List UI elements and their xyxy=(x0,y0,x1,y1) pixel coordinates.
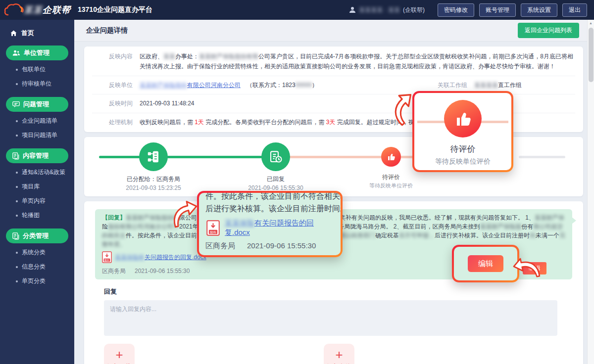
system-settings-button[interactable]: 系统设置 xyxy=(521,3,557,17)
logout-button[interactable]: 退出 xyxy=(562,3,587,17)
reply-zoom-meta: 区商务局 2021-09-06 15:55:30 xyxy=(205,241,334,251)
timeline-line-done xyxy=(99,156,276,158)
docs-icon xyxy=(12,152,19,160)
sidebar-item-company-issues[interactable]: 企业问题清单 xyxy=(0,114,74,128)
bullet-icon xyxy=(16,172,18,174)
sidebar-item-baolian-units[interactable]: 包联单位 xyxy=(0,62,74,77)
reply-org: 区商务局 xyxy=(102,267,126,275)
reply-zoom-line1: 件。按此条件，该企业目前不符合相关标准， xyxy=(205,193,334,203)
page-title: 企业问题详情 xyxy=(86,26,128,35)
back-to-list-button[interactable]: 返回企业问题列表 xyxy=(518,23,579,38)
callout-arrow-icon xyxy=(168,198,202,232)
step-evaluate-icon xyxy=(381,147,401,167)
sidebar-item-single-page[interactable]: 单页内容 xyxy=(0,194,74,208)
brand-name: 企联帮 xyxy=(43,4,71,16)
sidebar-item-project-library[interactable]: 项目库 xyxy=(0,180,74,194)
step-assigned-icon xyxy=(139,142,168,171)
svg-text:附件: 附件 xyxy=(104,259,109,262)
edit-zoom-callout: 编辑 xyxy=(452,245,519,282)
brand-prefix: 某某 xyxy=(24,4,43,16)
evaluate-callout: 待评价 等待反映单位评价 xyxy=(412,91,513,172)
sidebar-group-units[interactable]: 单位管理 xyxy=(6,46,68,60)
bullet-icon xyxy=(16,200,18,202)
bullet-icon xyxy=(16,252,18,254)
reporting-unit-link[interactable]: 某某财产保险股份有限公司河南分公司 （联系方式：182300000） xyxy=(140,80,432,90)
sidebar-group-categories[interactable]: 分类管理 xyxy=(6,228,68,243)
sidebar-item-home[interactable]: 首页 xyxy=(0,20,74,40)
user-name-suffix: (企联帮) xyxy=(403,6,425,14)
callout-arrow-icon xyxy=(511,254,543,285)
change-password-button[interactable]: 密码修改 xyxy=(438,3,474,17)
attachment-icon: 附件 xyxy=(102,251,112,263)
platform-title: 13710企业问题直办平台 xyxy=(78,5,152,14)
workgroup-value: 某某某某直工作组 xyxy=(474,80,575,90)
bullet-icon xyxy=(16,120,18,122)
page-header: 企业问题详情 返回企业问题列表 xyxy=(74,20,594,42)
add-image-button[interactable]: + 添加图片 xyxy=(104,344,135,364)
sidebar-item-notices[interactable]: 通知&活动&政策 xyxy=(0,165,74,180)
home-icon xyxy=(10,30,17,37)
bullet-icon xyxy=(16,215,18,217)
issue-content-text: 区政府、某某办事处：某某财产保险股份有限公司落户贵区，目前已完成4-7月各项税款… xyxy=(140,51,575,72)
add-file-button[interactable]: + 添加文件 xyxy=(324,344,354,364)
evaluate-callout-title: 待评价 xyxy=(450,143,476,155)
sidebar-item-carousel[interactable]: 轮播图 xyxy=(0,208,74,223)
attachment-icon: 附件 xyxy=(206,220,220,236)
bullet-icon xyxy=(16,83,18,85)
sidebar-item-page-category[interactable]: 单页分类 xyxy=(0,274,74,288)
user-name: 某某某某 · 某某 xyxy=(359,6,400,14)
thumbs-up-icon xyxy=(444,100,482,137)
plus-icon: + xyxy=(335,348,343,361)
reply-time: 2021-09-06 15:55:30 xyxy=(135,267,190,275)
sidebar-group-content[interactable]: 内容管理 xyxy=(6,148,68,163)
sidebar-item-project-issues[interactable]: 项目问题清单 xyxy=(0,128,74,142)
attachment-link-zoomed[interactable]: 某某保险有关问题报告的回复.docx xyxy=(225,219,334,237)
edit-button-zoomed[interactable]: 编辑 xyxy=(468,255,503,272)
cloud-logo-icon xyxy=(4,3,24,17)
scroll-up-icon[interactable]: ▲ xyxy=(588,20,594,27)
sidebar: 首页 单位管理 包联单位 待审核单位 问题管理 企业问题清单 项目问题清单 内容… xyxy=(0,20,74,364)
scrollbar-thumb[interactable] xyxy=(589,28,594,82)
bullet-icon xyxy=(16,280,18,282)
topbar: 某某 企联帮 13710企业问题直办平台 某某某某 · 某某 (企联帮) 密码修… xyxy=(0,0,594,20)
step-assigned-label: 已分配给：区商务局 2021-09-03 15:23:25 xyxy=(104,175,203,192)
sidebar-item-system-category[interactable]: 系统分类 xyxy=(0,245,74,260)
account-manage-button[interactable]: 账号管理 xyxy=(479,3,516,17)
step-evaluate-label: 待评价 等待反映单位评价 xyxy=(354,173,428,190)
plus-icon: + xyxy=(115,348,123,361)
sidebar-group-issues[interactable]: 问题管理 xyxy=(6,97,68,112)
docs-icon xyxy=(12,232,19,240)
step-replied-icon xyxy=(261,142,290,171)
bullet-icon xyxy=(16,135,18,136)
brand-logo: 某某 企联帮 13710企业问题直办平台 xyxy=(0,3,152,17)
bullet-icon xyxy=(16,69,18,71)
evaluate-callout-subtitle: 等待反映单位评价 xyxy=(435,157,491,166)
svg-text:附件: 附件 xyxy=(210,230,216,234)
user-icon xyxy=(349,6,356,13)
sidebar-item-info-category[interactable]: 信息分类 xyxy=(0,260,74,274)
reply-form-label: 回复 xyxy=(104,287,557,296)
detail-row-content: 反映内容 区政府、某某办事处：某某财产保险股份有限公司落户贵区，目前已完成4-7… xyxy=(92,47,575,76)
main-area: 企业问题详情 返回企业问题列表 反映内容 区政府、某某办事处：某某财产保险股份有… xyxy=(74,20,594,364)
comment-icon xyxy=(12,101,20,108)
reply-zoom-line2: 后进行奖补核算。该企业目前注册时间未满一 xyxy=(205,203,334,215)
timeline-line-future xyxy=(519,156,565,158)
users-icon xyxy=(12,49,20,56)
sidebar-item-pending-units[interactable]: 待审核单位 xyxy=(0,77,74,91)
reply-input[interactable] xyxy=(104,300,557,336)
reply-zoom-callout: 件。按此条件，该企业目前不符合相关标准， 后进行奖补核算。该企业目前注册时间未满… xyxy=(197,191,343,257)
user-info: 某某某某 · 某某 (企联帮) xyxy=(349,6,425,14)
bullet-icon xyxy=(16,186,18,188)
attachment-link[interactable]: 某某保险有关问题报告的回复.docx xyxy=(115,253,206,262)
bullet-icon xyxy=(16,266,18,268)
vertical-scrollbar[interactable]: ▲ xyxy=(587,20,594,364)
